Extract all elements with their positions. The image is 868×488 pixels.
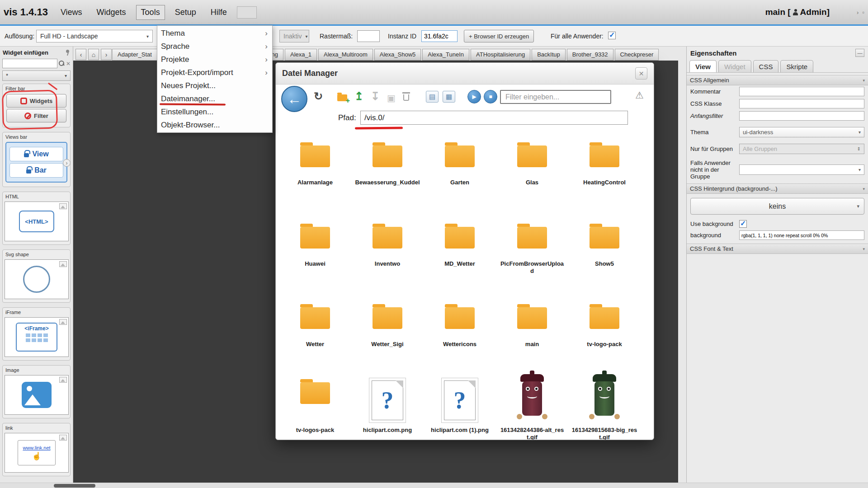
list-view-icon[interactable]: ▤	[426, 91, 439, 103]
tab-next-button[interactable]: ›	[101, 49, 112, 60]
raster-input[interactable]	[357, 30, 380, 42]
folder-item[interactable]: HeatingControl	[568, 127, 641, 209]
file-item[interactable]: ?hiclipart.com.png	[351, 363, 424, 440]
widget-bar-button[interactable]: Bar	[9, 163, 63, 178]
menu-setup[interactable]: Setup	[170, 5, 201, 19]
falls-select[interactable]: ▾	[739, 164, 864, 175]
menu-item-sprache[interactable]: Sprache›	[157, 40, 272, 53]
widget-html-preview[interactable]: <HTML>	[5, 202, 69, 241]
folder-item[interactable]: MD_Wetter	[424, 209, 496, 289]
view-tab[interactable]: Checkpreser	[615, 49, 659, 61]
menu-item-projekt-export[interactable]: Projekt-Export/import›	[157, 66, 272, 79]
instance-input[interactable]	[421, 30, 458, 42]
clear-search-icon[interactable]: ✕	[66, 61, 71, 67]
delete-icon[interactable]	[403, 94, 409, 101]
copy-image-icon[interactable]: ▣	[387, 93, 396, 103]
menu-empty-button[interactable]	[237, 6, 257, 19]
tab-widget[interactable]: Widget	[718, 60, 751, 72]
folder-item[interactable]: tv-logos-pack	[279, 363, 351, 440]
download-icon[interactable]: ↧	[371, 91, 380, 102]
view-tab[interactable]: BackItup	[532, 49, 566, 61]
kommentar-input[interactable]	[739, 87, 864, 96]
folder-item[interactable]: Huawei	[279, 209, 351, 289]
panel-collapse-icon[interactable]: ›	[857, 9, 859, 16]
stop-icon[interactable]: ■	[484, 90, 497, 103]
folder-item[interactable]: main	[496, 289, 568, 363]
menu-views[interactable]: Views	[56, 5, 87, 19]
menu-item-einstellungen[interactable]: Einstellungen...	[157, 105, 272, 118]
folder-item[interactable]: PicFromBrowserUpload	[496, 209, 568, 289]
widget-search-input[interactable]	[2, 59, 57, 68]
section-css-font-text[interactable]: CSS Font & Text ▾	[687, 244, 868, 254]
view-tab[interactable]: Brother_9332	[567, 49, 613, 61]
folder-item[interactable]: Glas	[496, 127, 568, 209]
path-input[interactable]	[360, 111, 628, 125]
widget-iframe-preview[interactable]: <iFrame>	[5, 317, 69, 357]
minimize-icon[interactable]: —	[855, 49, 864, 57]
tab-home-button[interactable]: ⌂	[88, 49, 99, 60]
menu-item-projekte[interactable]: Projekte›	[157, 53, 272, 66]
widget-image-preview[interactable]	[5, 375, 69, 415]
inactive-select[interactable]: Inaktiv ▾	[279, 30, 309, 42]
file-item[interactable]: 1613429815683-big_rest.gif	[568, 363, 641, 440]
menu-widgets[interactable]: Widgets	[92, 5, 131, 19]
widget-filter-button[interactable]: Filter	[6, 109, 66, 122]
view-tab[interactable]: Alexa_1	[285, 49, 317, 61]
background-input[interactable]	[739, 230, 864, 240]
view-tab[interactable]: ATHospitalisierung	[471, 49, 530, 61]
thema-select[interactable]: ui-darkness ▾	[739, 127, 864, 137]
tab-prev-button[interactable]: ‹	[75, 49, 86, 60]
upload-icon[interactable]: ↥	[354, 91, 363, 102]
view-tab[interactable]: Alexa_TuneIn	[422, 49, 469, 61]
folder-item[interactable]: Show5	[568, 209, 641, 289]
widget-widgets-button[interactable]: Widgets	[6, 94, 66, 108]
play-icon[interactable]: ▶	[467, 90, 481, 103]
grid-view-icon[interactable]: ▦	[443, 91, 455, 103]
new-folder-icon[interactable]	[337, 94, 347, 101]
browser-id-button[interactable]: + Browser ID erzeugen	[464, 30, 534, 42]
view-tab[interactable]: Alexa_Multiroom	[318, 49, 373, 61]
back-button[interactable]: ←	[281, 86, 307, 112]
menu-item-objekt-browser[interactable]: Objekt-Browser...	[157, 118, 272, 131]
close-icon[interactable]: ✕	[635, 67, 647, 80]
folder-item[interactable]: Alarmanlage	[279, 127, 351, 209]
folder-item[interactable]: Bewaesserung_Kuddel	[351, 127, 424, 209]
folder-item[interactable]: Garten	[424, 127, 496, 209]
scrollbar-thumb[interactable]	[54, 484, 95, 488]
widget-svg-preview[interactable]	[5, 259, 69, 299]
section-css-allgemein[interactable]: CSS Allgemein ▾	[687, 75, 868, 85]
view-tab[interactable]: Adapter_Stat	[112, 49, 158, 61]
refresh-icon[interactable]: ↻	[314, 91, 323, 102]
section-css-hintergrund[interactable]: CSS Hintergrund (background-...) ▾	[687, 183, 868, 194]
widget-set-select[interactable]: * ▾	[2, 70, 71, 81]
menu-hilfe[interactable]: Hilfe	[206, 5, 231, 19]
folder-item[interactable]: tv-logo-pack	[568, 289, 641, 363]
dialog-header[interactable]: Datei Manager ✕	[276, 63, 654, 84]
tab-css[interactable]: CSS	[753, 60, 779, 72]
menu-item-thema[interactable]: Thema›	[157, 27, 272, 40]
tab-view[interactable]: View	[689, 60, 717, 72]
folder-item[interactable]: Wetter_Sigi	[351, 289, 424, 363]
file-item[interactable]: ?hiclipart.com (1).png	[424, 363, 496, 440]
panel-dock-icon[interactable]: ▫	[862, 9, 864, 16]
all-users-checkbox[interactable]	[608, 32, 616, 39]
views-bar-expand-icon[interactable]: ›	[63, 159, 71, 167]
folder-item[interactable]: Inventwo	[351, 209, 424, 289]
horizontal-scrollbar[interactable]	[0, 483, 868, 488]
file-item[interactable]: 1613428244386-alt_rest.gif	[496, 363, 568, 440]
widget-link-preview[interactable]: www.link.net ☝	[5, 433, 69, 473]
widget-view-button[interactable]: View	[9, 147, 63, 161]
menu-tools[interactable]: Tools	[136, 5, 165, 20]
tab-skripte[interactable]: Skripte	[780, 60, 813, 72]
pin-icon[interactable]	[65, 49, 70, 56]
search-icon[interactable]	[59, 61, 65, 66]
css-klasse-input[interactable]	[739, 99, 864, 108]
file-filter-input[interactable]	[500, 90, 611, 104]
gruppen-select[interactable]: Alle Gruppen ⇕	[739, 144, 864, 154]
folder-item[interactable]: Wettericons	[424, 289, 496, 363]
view-tab[interactable]: Alexa_Show5	[374, 49, 421, 61]
background-preset-select[interactable]: keins ▾	[690, 198, 864, 215]
use-background-checkbox[interactable]	[739, 220, 747, 228]
folder-item[interactable]: Wetter	[279, 289, 351, 363]
anfangsfilter-input[interactable]	[739, 111, 864, 121]
